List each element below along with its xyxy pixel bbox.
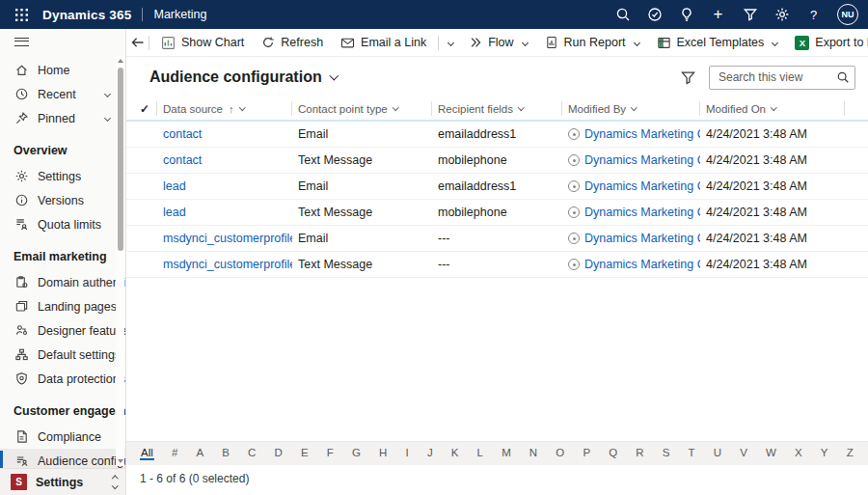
chevron-down-icon[interactable] <box>104 91 111 97</box>
scrollbar-up-arrow-icon[interactable] <box>116 56 124 66</box>
excel-templates-chevron-icon[interactable] <box>772 39 778 45</box>
sidebar-item-compliance[interactable]: Compliance <box>0 425 125 449</box>
modified-by-link[interactable]: Dynamics Marketing Custom <box>584 153 700 167</box>
sidebar-item-versions[interactable]: Versions <box>0 188 125 212</box>
alpha-filter[interactable]: U <box>713 447 722 461</box>
alpha-filter-all[interactable]: All <box>140 447 154 461</box>
sidebar-item-pinned[interactable]: Pinned <box>0 106 125 130</box>
modified-by-link[interactable]: Dynamics Marketing Custom <box>584 127 700 141</box>
column-menu-chevron-icon[interactable] <box>771 104 776 110</box>
search-icon[interactable] <box>607 0 638 29</box>
modified-by-link[interactable]: Dynamics Marketing Custom <box>584 232 700 245</box>
alpha-filter[interactable]: V <box>739 447 748 461</box>
brand-title[interactable]: Dynamics 365 <box>42 8 131 22</box>
sidebar-scrollbar[interactable] <box>116 56 124 466</box>
filter-icon[interactable] <box>734 0 766 29</box>
show-chart-button[interactable]: Show Chart <box>152 30 253 55</box>
modified-by-link[interactable]: Dynamics Marketing Custom <box>584 206 700 219</box>
sidebar-item-audience-configuration[interactable]: Audience configur... <box>0 449 125 468</box>
run-report-chevron-icon[interactable] <box>633 39 639 45</box>
area-switcher-toggle-icon[interactable] <box>113 477 118 487</box>
alpha-filter[interactable]: P <box>582 447 591 461</box>
alpha-filter[interactable]: C <box>247 447 257 461</box>
area-switcher[interactable]: S Settings <box>0 468 125 495</box>
scrollbar-thumb[interactable] <box>118 68 123 251</box>
flow-chevron-icon[interactable] <box>522 39 529 45</box>
alpha-filter[interactable]: M <box>501 447 512 461</box>
alpha-filter[interactable]: H <box>378 447 388 461</box>
sidebar-item-data-protections[interactable]: Data protections <box>0 367 125 391</box>
chevron-down-icon[interactable] <box>104 115 111 122</box>
alpha-filter[interactable]: X <box>794 447 803 461</box>
export-to-excel-button[interactable]: X Export to Excel <box>786 30 868 55</box>
alpha-filter[interactable]: F <box>326 447 335 461</box>
table-row[interactable]: lead Email emailaddress1 Dynamics Market… <box>126 174 868 200</box>
column-header-modified-on[interactable]: Modified On <box>700 101 845 116</box>
modified-by-link[interactable]: Dynamics Marketing Custom <box>584 258 700 271</box>
table-row[interactable]: contact Email emailaddress1 Dynamics Mar… <box>126 122 868 148</box>
column-header-modified-by[interactable]: Modified By <box>562 101 700 116</box>
search-input[interactable] <box>709 66 855 90</box>
alpha-filter[interactable]: Z <box>846 447 854 461</box>
alpha-filter[interactable]: Y <box>820 447 829 461</box>
alpha-filter[interactable]: R <box>635 447 644 461</box>
gear-icon[interactable] <box>766 0 798 29</box>
excel-templates-button[interactable]: Excel Templates <box>648 30 787 55</box>
app-launcher-waffle-icon[interactable] <box>0 0 42 29</box>
sidebar-item-settings[interactable]: Settings <box>0 164 125 188</box>
alpha-filter[interactable]: J <box>426 447 434 461</box>
select-all-checkmark-icon[interactable]: ✓ <box>138 101 157 116</box>
alpha-filter[interactable]: L <box>476 447 484 461</box>
sidebar-item-quota-limits[interactable]: Quota limits <box>0 212 125 236</box>
alpha-filter[interactable]: T <box>688 447 696 461</box>
data-source-link[interactable]: msdynci_customerprofile <box>157 258 292 271</box>
alpha-filter[interactable]: W <box>765 447 777 461</box>
run-report-button[interactable]: Run Report <box>536 30 648 55</box>
alpha-filter[interactable]: D <box>274 447 284 461</box>
grid-filter-icon[interactable] <box>680 69 696 86</box>
alpha-filter[interactable]: A <box>195 447 204 461</box>
modified-by-link[interactable]: Dynamics Marketing Custom <box>584 179 700 193</box>
data-source-link[interactable]: lead <box>157 206 292 219</box>
plus-icon[interactable]: + <box>702 0 734 29</box>
data-source-link[interactable]: msdynci_customerprofile <box>157 232 292 245</box>
alpha-filter[interactable]: E <box>300 447 310 461</box>
alpha-filter[interactable]: N <box>529 447 538 461</box>
email-a-link-button[interactable]: Email a Link <box>332 30 435 55</box>
table-row[interactable]: msdynci_customerprofile Text Message ---… <box>126 252 868 278</box>
app-name[interactable]: Marketing <box>153 8 206 21</box>
alpha-filter[interactable]: S <box>662 447 671 461</box>
user-avatar[interactable]: NU <box>837 4 858 25</box>
alpha-filter[interactable]: G <box>351 447 362 461</box>
help-icon[interactable]: ? <box>798 0 829 29</box>
sidebar-item-default-settings[interactable]: Default settings <box>0 343 125 367</box>
column-header-recipient-fields[interactable]: Recipient fields <box>432 101 562 116</box>
check-circle-icon[interactable] <box>638 0 670 29</box>
table-row[interactable]: msdynci_customerprofile Email --- Dynami… <box>126 226 868 252</box>
data-source-link[interactable]: lead <box>157 179 292 193</box>
alpha-filter[interactable]: Q <box>608 447 618 461</box>
table-row[interactable]: contact Text Message mobilephone Dynamic… <box>126 148 868 174</box>
alpha-filter[interactable]: B <box>221 447 231 461</box>
sidebar-item-home[interactable]: Home <box>0 58 125 82</box>
email-a-link-overflow-chevron[interactable] <box>442 30 460 55</box>
alpha-filter[interactable]: K <box>450 447 460 461</box>
refresh-button[interactable]: Refresh <box>253 30 332 55</box>
hamburger-menu-icon[interactable] <box>0 29 125 54</box>
view-selector[interactable]: Audience configuration <box>149 69 337 86</box>
column-menu-chevron-icon[interactable] <box>518 104 524 110</box>
back-button[interactable] <box>130 30 146 55</box>
alpha-filter[interactable]: # <box>171 447 178 461</box>
data-source-link[interactable]: contact <box>157 127 292 141</box>
column-header-contact-point-type[interactable]: Contact point type <box>292 101 432 116</box>
search-magnifier-icon[interactable] <box>836 70 850 88</box>
column-menu-chevron-icon[interactable] <box>239 104 245 110</box>
alpha-filter[interactable]: I <box>405 447 410 461</box>
column-header-data-source[interactable]: Data source ↑ <box>157 101 292 116</box>
alpha-filter[interactable]: O <box>555 447 565 461</box>
sidebar-item-recent[interactable]: Recent <box>0 82 125 106</box>
column-menu-chevron-icon[interactable] <box>631 104 637 110</box>
lightbulb-icon[interactable] <box>670 0 702 29</box>
flow-button[interactable]: Flow <box>460 30 535 55</box>
sidebar-item-designer-feature[interactable]: Designer feature ... <box>0 318 125 343</box>
